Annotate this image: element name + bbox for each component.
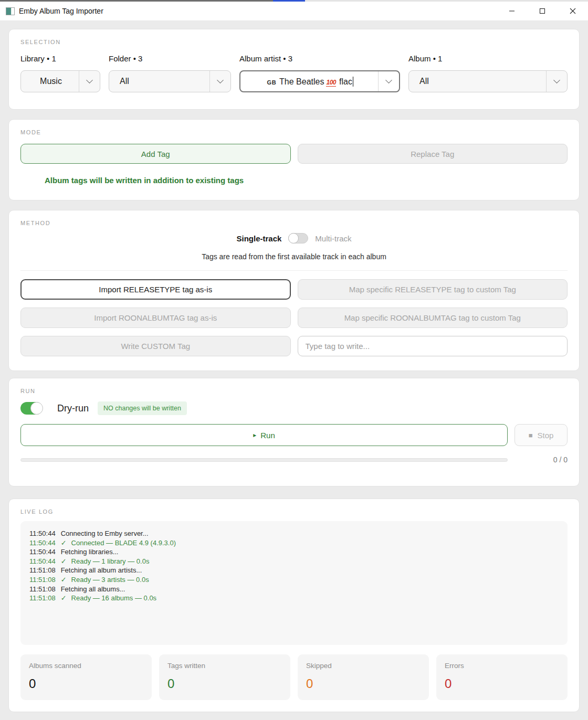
log-line: 11:51:08Fetching all album artists... — [29, 566, 559, 575]
hundred-points-emoji: 100 — [326, 79, 336, 87]
mode-section-label: MODE — [20, 129, 568, 135]
toggle-knob — [30, 402, 43, 415]
close-button[interactable] — [558, 2, 588, 20]
album-artist-suffix: flac — [339, 77, 352, 86]
multi-track-label: Multi-track — [315, 234, 351, 243]
folder-dropdown[interactable]: All — [109, 70, 231, 92]
stat-value: 0 — [306, 676, 421, 691]
play-icon: ▸ — [253, 431, 256, 439]
minimize-button[interactable] — [497, 2, 527, 20]
mode-note: Album tags will be written in addition t… — [20, 176, 568, 185]
check-icon: ✓ — [61, 576, 67, 584]
log-message: Connecting to Emby server... — [61, 530, 149, 537]
replace-tag-button[interactable]: Replace Tag — [298, 144, 568, 164]
album-artist-value: GBThe Beatles100flac — [240, 77, 378, 87]
stop-button[interactable]: ■ Stop — [514, 424, 568, 446]
library-dropdown[interactable]: Music — [20, 70, 100, 92]
log-line: 11:50:44✓Ready — 1 library — 0.0s — [29, 557, 559, 566]
album-artist-name: The Beatles — [279, 77, 324, 86]
map-releasetype-button[interactable]: Map specific RELEASETYPE tag to custom T… — [298, 279, 568, 300]
stat-label: Tags written — [167, 662, 282, 670]
stat-value: 0 — [445, 676, 559, 691]
stat-label: Skipped — [306, 662, 421, 670]
folder-chevron-zone[interactable] — [209, 71, 230, 92]
log-timestamp: 11:51:08 — [29, 576, 56, 584]
check-icon: ✓ — [61, 557, 67, 565]
run-button[interactable]: ▸ Run — [20, 424, 508, 446]
album-artist-column: Album artist • 3 GBThe Beatles100flac — [239, 54, 400, 92]
album-chevron-zone[interactable] — [546, 71, 567, 92]
write-custom-tag-button[interactable]: Write CUSTOM Tag — [20, 336, 291, 356]
log-line: 11:51:08✓Ready — 16 albums — 0.0s — [29, 594, 559, 603]
log-timestamp: 11:51:08 — [29, 594, 56, 602]
selection-section: SELECTION Library • 1 Music Folder • 3 A… — [8, 29, 580, 110]
method-buttons-grid: Import RELEASETYPE tag as-is Map specifi… — [20, 279, 568, 356]
library-value: Music — [21, 77, 79, 86]
title-bar: Emby Album Tag Importer — [0, 2, 588, 21]
log-message: Connected — BLADE 4.9 (4.9.3.0) — [71, 539, 176, 547]
library-label: Library • 1 — [20, 54, 100, 63]
stats-row: Albums scanned 0 Tags written 0 Skipped … — [20, 654, 568, 700]
method-section-label: METHOD — [20, 220, 568, 226]
dry-run-toggle[interactable] — [20, 402, 43, 415]
track-mode-toggle-row: Single-track Multi-track — [20, 233, 568, 243]
check-icon: ✓ — [61, 594, 67, 602]
toggle-knob — [288, 233, 299, 243]
log-line: 11:51:08✓Ready — 3 artists — 0.0s — [29, 575, 559, 585]
top-edge-gray-segment — [0, 0, 273, 2]
app-icon — [6, 7, 15, 15]
album-artist-combobox[interactable]: GBThe Beatles100flac — [239, 70, 400, 92]
album-column: Album • 1 All — [408, 54, 568, 92]
log-line: 11:50:44✓Connected — BLADE 4.9 (4.9.3.0) — [29, 538, 559, 548]
stat-label: Errors — [445, 662, 559, 670]
log-line: 11:51:08Fetching all albums... — [29, 585, 559, 594]
log-timestamp: 11:50:44 — [29, 530, 56, 537]
selection-section-label: SELECTION — [20, 39, 568, 45]
dry-run-row: Dry-run NO changes will be written — [20, 401, 568, 415]
chevron-down-icon — [217, 77, 224, 83]
add-tag-button[interactable]: Add Tag — [20, 144, 291, 164]
log-timestamp: 11:50:44 — [29, 557, 56, 565]
track-mode-toggle[interactable] — [288, 233, 308, 243]
map-roonalbumtag-button[interactable]: Map specific ROONALBUMTAG tag to custom … — [298, 308, 568, 328]
progress-count: 0 / 0 — [508, 456, 568, 464]
library-chevron-zone[interactable] — [79, 71, 100, 92]
album-artist-chevron-zone[interactable] — [378, 71, 399, 91]
check-icon: ✓ — [61, 539, 67, 547]
dry-run-badge: NO changes will be written — [98, 401, 187, 415]
log-message: Ready — 3 artists — 0.0s — [71, 576, 149, 584]
stat-tags-written: Tags written 0 — [159, 654, 290, 700]
log-line: 11:50:44Connecting to Emby server... — [29, 529, 559, 538]
stop-square-icon: ■ — [529, 431, 533, 439]
run-section-label: RUN — [20, 388, 568, 394]
mode-section: MODE Add Tag Replace Tag Album tags will… — [8, 119, 580, 200]
chevron-down-icon — [553, 77, 560, 83]
chevron-down-icon — [385, 77, 392, 83]
maximize-button[interactable] — [527, 2, 558, 20]
stat-value: 0 — [167, 676, 282, 691]
method-divider — [20, 270, 568, 271]
album-label: Album • 1 — [408, 54, 568, 63]
stat-albums-scanned: Albums scanned 0 — [20, 654, 152, 700]
dry-run-label: Dry-run — [57, 403, 89, 414]
live-log-section: LIVE LOG 11:50:44Connecting to Emby serv… — [8, 499, 580, 712]
progress-bar — [20, 458, 508, 462]
folder-column: Folder • 3 All — [109, 54, 231, 92]
method-section: METHOD Single-track Multi-track Tags are… — [8, 210, 580, 371]
maximize-icon — [539, 8, 545, 14]
import-roonalbumtag-button[interactable]: Import ROONALBUMTAG tag as-is — [20, 308, 291, 328]
window-controls — [497, 2, 588, 20]
gb-flag-fallback: GB — [267, 79, 277, 86]
log-output: 11:50:44Connecting to Emby server... 11:… — [20, 521, 568, 645]
log-message: Fetching all album artists... — [61, 566, 142, 574]
minimize-icon — [509, 8, 515, 14]
import-releasetype-button[interactable]: Import RELEASETYPE tag as-is — [20, 279, 291, 300]
album-dropdown[interactable]: All — [408, 70, 568, 92]
library-column: Library • 1 Music — [20, 54, 100, 92]
tag-to-write-input[interactable] — [298, 336, 568, 356]
text-caret — [353, 77, 354, 87]
progress-row: 0 / 0 — [20, 456, 568, 464]
album-value: All — [409, 77, 546, 86]
run-button-label: Run — [260, 431, 275, 440]
chevron-down-icon — [86, 77, 93, 83]
